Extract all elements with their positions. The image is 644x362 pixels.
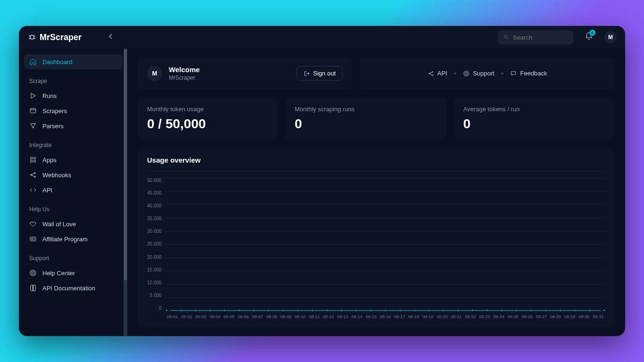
- user-avatar[interactable]: M: [604, 31, 617, 43]
- y-tick: 35.000: [147, 216, 162, 221]
- x-tick: 08-18: [406, 314, 421, 319]
- share-icon: [29, 171, 37, 179]
- grid-line: [165, 297, 605, 298]
- x-tick: 08-31: [591, 314, 605, 319]
- data-point: [180, 309, 182, 312]
- welcome-avatar: M: [147, 66, 162, 81]
- stat-value: 0 / 50,000: [147, 116, 268, 132]
- sidebar-item-label: Dashboard: [42, 58, 73, 66]
- link-support[interactable]: Support: [463, 70, 495, 77]
- svg-rect-6: [33, 160, 35, 162]
- y-tick: 0: [159, 305, 162, 311]
- stat-avg-tokens: Average tokens / run 0: [454, 97, 615, 140]
- svg-point-1: [504, 35, 507, 38]
- svg-rect-3: [31, 157, 33, 159]
- sidebar-item-runs[interactable]: Runs: [24, 88, 123, 103]
- data-point: [267, 309, 270, 312]
- sidebar: Dashboard Scrape Runs Scrapers Parsers I…: [19, 49, 127, 336]
- y-tick: 30.000: [147, 229, 162, 234]
- sidebar-item-label: API Documentation: [42, 285, 95, 292]
- grid-line: [165, 284, 605, 285]
- notification-badge: 0: [589, 30, 595, 36]
- link-feedback[interactable]: Feedback: [510, 70, 547, 77]
- sidebar-item-parsers[interactable]: Parsers: [24, 118, 123, 133]
- svg-point-9: [34, 176, 36, 178]
- stat-value: 0: [463, 116, 606, 132]
- x-tick: 08-29: [563, 314, 577, 319]
- y-tick: 50.000: [147, 178, 162, 183]
- chart-title: Usage overview: [147, 156, 605, 171]
- x-tick: 08-11: [307, 314, 322, 319]
- x-tick: 08-06: [236, 314, 250, 319]
- x-tick: 08-09: [279, 314, 293, 319]
- heart-icon: [29, 220, 37, 228]
- x-tick: 08-04: [208, 314, 222, 319]
- data-point: [515, 309, 518, 312]
- x-tick: 08-22: [463, 314, 478, 319]
- x-tick: 08-26: [520, 314, 534, 319]
- welcome-title: Welcome: [169, 66, 200, 74]
- data-point: [486, 309, 488, 312]
- back-button[interactable]: [108, 33, 113, 41]
- signout-button[interactable]: Sign out: [297, 66, 343, 81]
- search-box[interactable]: [498, 30, 573, 44]
- data-point: [194, 309, 197, 312]
- sidebar-item-apps[interactable]: Apps: [24, 152, 123, 167]
- data-point: [603, 309, 605, 312]
- data-point: [209, 309, 211, 312]
- notifications-button[interactable]: 0: [585, 32, 593, 42]
- lifebuoy-icon: [463, 70, 470, 77]
- x-tick: 08-05: [222, 314, 236, 319]
- sidebar-item-apidocs[interactable]: API Documentation: [24, 280, 123, 296]
- grid-line: [165, 178, 605, 178]
- svg-rect-2: [30, 108, 36, 113]
- sidebar-item-label: Wall of Love: [42, 221, 76, 228]
- data-point: [442, 309, 445, 312]
- search-input[interactable]: [513, 34, 568, 41]
- x-tick: 08-14: [350, 314, 364, 319]
- sidebar-item-walloflove[interactable]: Wall of Love: [24, 216, 123, 231]
- x-tick: 08-01: [165, 314, 180, 319]
- link-label: API: [438, 70, 447, 77]
- sidebar-item-dashboard[interactable]: Dashboard: [24, 54, 123, 69]
- sidebar-item-webhooks[interactable]: Webhooks: [24, 167, 123, 182]
- grid-line: [165, 271, 605, 271]
- data-point: [413, 309, 416, 312]
- x-tick: 08-13: [336, 314, 350, 319]
- link-label: Feedback: [520, 70, 547, 77]
- y-tick: 5.000: [150, 293, 162, 298]
- sidebar-item-affiliate[interactable]: Affiliate Program: [24, 231, 123, 247]
- chart-data-line: [165, 310, 605, 311]
- data-point: [253, 309, 255, 312]
- quick-links-card: API • Support • Feedback: [360, 57, 615, 90]
- x-tick: 08-27: [534, 314, 548, 319]
- data-point: [574, 309, 576, 312]
- brand-logo[interactable]: MrScraper: [27, 33, 82, 42]
- data-point: [340, 309, 343, 312]
- data-point: [223, 309, 226, 312]
- share-icon: [428, 70, 434, 77]
- grid-line: [165, 218, 605, 218]
- sidebar-item-label: Scrapers: [42, 107, 67, 115]
- x-tick: 08-23: [478, 314, 492, 319]
- sidebar-item-api[interactable]: API: [24, 182, 123, 197]
- sidebar-scrollbar[interactable]: [124, 49, 127, 336]
- svg-rect-10: [30, 237, 36, 241]
- spider-icon: [27, 33, 37, 42]
- topbar: MrScraper 0 M: [19, 26, 625, 49]
- svg-point-7: [31, 174, 32, 176]
- x-tick: 08-08: [264, 314, 279, 319]
- y-tick: 10.000: [147, 280, 162, 285]
- data-point: [501, 309, 503, 312]
- data-point: [282, 309, 284, 312]
- sidebar-item-helpcenter[interactable]: Help Center: [24, 265, 123, 280]
- stat-label: Monthly scraping runs: [295, 106, 437, 113]
- data-point: [545, 309, 547, 312]
- svg-point-8: [34, 173, 36, 174]
- grid-line: [165, 257, 605, 258]
- data-point: [457, 309, 459, 312]
- link-api[interactable]: API: [428, 70, 447, 77]
- window-icon: [29, 107, 37, 115]
- sidebar-item-scrapers[interactable]: Scrapers: [24, 103, 123, 118]
- x-tick: 08-21: [449, 314, 463, 319]
